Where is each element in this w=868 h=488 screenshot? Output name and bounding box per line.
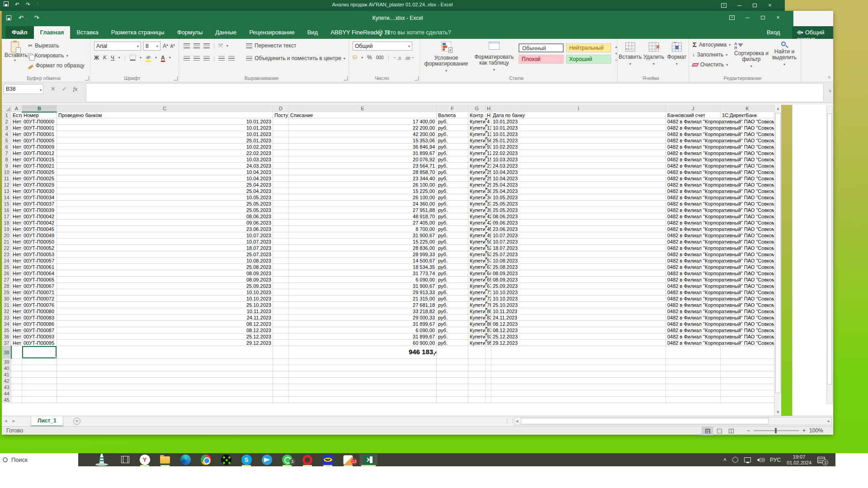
cell-B43[interactable]: [22, 384, 57, 390]
cell-G42[interactable]: [468, 378, 486, 384]
decrease-indent-icon[interactable]: [218, 56, 225, 61]
cell-E21[interactable]: 15 225,00: [289, 239, 437, 245]
cell-C43[interactable]: [57, 384, 273, 390]
cell-H35[interactable]: 87: [486, 327, 491, 333]
cell-D30[interactable]: [273, 296, 289, 302]
cell-J38[interactable]: [666, 346, 721, 359]
cell-H29[interactable]: 71: [486, 289, 491, 296]
close-button[interactable]: ×: [770, 13, 786, 22]
cell-C45[interactable]: [57, 397, 273, 403]
format-as-table-button[interactable]: Форматировать как таблицу▾: [472, 42, 516, 72]
cell-A16[interactable]: Нет: [11, 207, 22, 213]
cell-H30[interactable]: 72: [486, 296, 491, 302]
style-neutral[interactable]: Нейтральный: [566, 43, 611, 52]
column-header-K[interactable]: K: [721, 105, 774, 112]
cell-D27[interactable]: [273, 277, 289, 283]
cell-E19[interactable]: 8 700,00: [289, 226, 437, 232]
cell-J42[interactable]: [666, 378, 721, 384]
cell-I41[interactable]: [491, 371, 666, 378]
cell-H16[interactable]: 39: [486, 207, 491, 213]
conditional-formatting-button[interactable]: ≠ Условное форматирование▾: [422, 42, 471, 73]
cell-B23[interactable]: 00УТ-П00053: [22, 251, 57, 258]
cell-I31[interactable]: 25.10.2023: [491, 302, 666, 308]
cell-G44[interactable]: [468, 390, 486, 397]
cell-F6[interactable]: руб.: [437, 144, 468, 150]
cell-H7[interactable]: 12: [486, 150, 491, 156]
cell-H24[interactable]: 57: [486, 258, 491, 264]
collapse-ribbon-icon[interactable]: ˄: [828, 75, 830, 80]
cell-F35[interactable]: руб.: [437, 327, 468, 333]
cell-A35[interactable]: Нет: [11, 327, 22, 333]
minimize-button[interactable]: [740, 13, 755, 22]
cell-F8[interactable]: руб.: [437, 156, 468, 163]
cell-A3[interactable]: Нет: [11, 125, 22, 131]
cell-D37[interactable]: [273, 340, 289, 346]
column-header-E[interactable]: E: [289, 105, 437, 112]
row-header-21[interactable]: 21: [2, 239, 11, 245]
cell-D12[interactable]: [273, 182, 289, 188]
cell-F25[interactable]: руб.: [437, 264, 468, 270]
cell-F5[interactable]: руб.: [437, 137, 468, 144]
horizontal-scrollbar[interactable]: ◂ ▸: [514, 417, 832, 425]
cell-E10[interactable]: 28 858,70: [289, 169, 437, 175]
cell-A29[interactable]: Нет: [11, 289, 22, 296]
orientation-icon[interactable]: ⤧: [218, 42, 223, 49]
cell-I18[interactable]: 09.06.2023: [491, 220, 666, 226]
header-cell-F1[interactable]: Валюта: [437, 112, 468, 118]
cell-D41[interactable]: [273, 371, 289, 378]
row-header-18[interactable]: 18: [2, 220, 11, 226]
cell-D43[interactable]: [273, 384, 289, 390]
cell-H10[interactable]: 25: [486, 169, 491, 175]
cell-G4[interactable]: Купети: [468, 131, 486, 137]
cell-H21[interactable]: 50: [486, 239, 491, 245]
cell-G23[interactable]: Купети: [468, 251, 486, 258]
cell-F29[interactable]: руб.: [437, 289, 468, 296]
row-header-16[interactable]: 16: [2, 207, 11, 213]
increase-decimal-icon[interactable]: ←,0: [393, 54, 401, 61]
cell-A28[interactable]: Нет: [11, 283, 22, 289]
cell-E27[interactable]: 6 090,00: [289, 277, 437, 283]
cell-A34[interactable]: Нет: [11, 321, 22, 327]
header-cell-C1[interactable]: Проведено банком: [57, 112, 273, 118]
cell-E6[interactable]: 36 846,94: [289, 144, 437, 150]
cell-A43[interactable]: [11, 384, 22, 390]
cell-G30[interactable]: Купети: [468, 296, 486, 302]
cell-B12[interactable]: 00УТ-П00029: [22, 182, 57, 188]
cell-C39[interactable]: [57, 359, 273, 365]
sort-filter-button[interactable]: АЯ Сортировка и фильтр▾: [734, 42, 769, 69]
cell-D22[interactable]: [273, 245, 289, 251]
cell-I43[interactable]: [491, 384, 666, 390]
cell-A42[interactable]: [11, 378, 22, 384]
cell-F19[interactable]: руб.: [437, 226, 468, 232]
cell-B42[interactable]: [22, 378, 57, 384]
cell-J17[interactable]: 0482 в Филиал "Корпоративный" ПАО "Совко…: [666, 213, 774, 220]
column-header-B[interactable]: B: [22, 105, 57, 112]
cell-H19[interactable]: 45: [486, 226, 491, 232]
cell-H14[interactable]: 34: [486, 194, 491, 201]
style-bad[interactable]: Плохой: [519, 55, 564, 64]
borders-icon[interactable]: [130, 55, 136, 61]
cell-I17[interactable]: 08.06.2023: [491, 213, 666, 220]
cell-J8[interactable]: 0482 в Филиал "Корпоративный" ПАО "Совко…: [666, 156, 774, 163]
cell-G43[interactable]: [468, 384, 486, 390]
cell-D18[interactable]: [273, 220, 289, 226]
cell-E35[interactable]: 6 090,00: [289, 327, 437, 333]
cell-G3[interactable]: Купети: [468, 125, 486, 131]
cell-C3[interactable]: 10.01.2023: [57, 125, 273, 131]
cell-A44[interactable]: [11, 390, 22, 397]
cell-F27[interactable]: руб.: [437, 277, 468, 283]
cell-C41[interactable]: [57, 371, 273, 378]
cell-J33[interactable]: 0482 в Филиал "Корпоративный" ПАО "Совко…: [666, 314, 774, 321]
cell-I22[interactable]: 18.07.2023: [491, 245, 666, 251]
cell-E30[interactable]: 21 315,00: [289, 296, 437, 302]
scroll-down-icon[interactable]: ▼: [774, 408, 782, 416]
header-cell-H1[interactable]: Н: [486, 112, 491, 118]
cell-D19[interactable]: [273, 226, 289, 232]
cell-F20[interactable]: руб.: [437, 232, 468, 239]
cell-A11[interactable]: Нет: [11, 175, 22, 182]
cell-E31[interactable]: 27 681,18: [289, 302, 437, 308]
cell-J43[interactable]: [666, 384, 721, 390]
cell-F38[interactable]: [437, 346, 468, 359]
cell-I11[interactable]: 10.04.2023: [491, 175, 666, 182]
font-size-combo[interactable]: 8▾: [143, 42, 160, 51]
